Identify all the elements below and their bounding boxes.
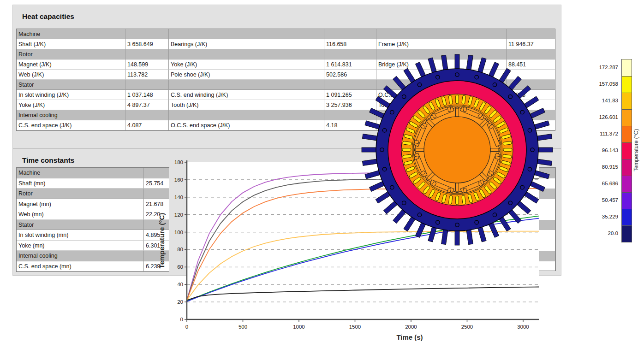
bolt-hole [508,95,512,99]
color-scale-block [622,159,632,176]
cell: C.S. end space (mn) [17,261,144,272]
magnet-end-cap [414,156,419,159]
section-row: Machine [17,168,169,178]
color-scale-value: 65.686 [577,175,618,192]
cell: 4.087 [125,120,169,130]
cell: Machine [17,29,125,39]
bolt-hole [390,110,394,114]
time-constants-table: MachineShaft (mn)25.754RotorMagnet (mn)2… [16,167,169,272]
flux-bridge [490,148,499,152]
flux-bridge [456,183,459,191]
motor-cross-section-graphic [358,49,559,250]
x-tick-label: 1500 [349,324,361,330]
color-scale-bar [621,59,632,242]
color-scale-value: 50.457 [577,192,618,208]
bolt-hole [520,110,524,114]
magnet-end-cap [463,188,467,193]
cell: Internal cooling [17,110,125,120]
bolt-hole [390,185,394,189]
cell: Stator [17,80,125,90]
y-tick-label: 160 [174,177,183,183]
color-scale-block [622,93,632,109]
cell [169,29,324,39]
cell [125,29,169,39]
y-tick-label: 20 [177,299,183,305]
cell [169,80,324,90]
color-scale-value: 20.0 [577,225,618,242]
magnet-end-cap [447,188,451,193]
color-scale-value: 96.143 [577,142,618,159]
y-tick-label: 120 [174,212,183,218]
bolt-hole [382,129,386,132]
x-tick-label: 3000 [517,324,529,330]
cell: Stator [17,220,144,230]
bolt-hole [520,185,524,189]
cell: Shaft (mn) [17,178,144,189]
cell: Rotor [17,189,144,199]
table-row: Shaft (mn)25.754 [17,178,169,189]
bolt-hole [475,220,478,224]
x-tick-label: 2000 [405,324,417,330]
cell: 116.658 [324,39,376,49]
table-row: C.S. end space (mn)6.239 [17,261,169,272]
section-row: Stator [17,220,169,230]
bolt-hole [380,148,384,152]
cell: 11 946.37 [507,39,555,49]
cell [376,29,507,39]
bolt-hole [475,75,478,79]
cell: Yoke (J/K) [17,100,125,110]
flux-bridge [456,108,459,117]
color-scale-value: 157.058 [577,76,618,92]
cell: Shaft (J/K) [17,39,125,49]
y-tick-label: 140 [174,195,183,200]
color-scale-block [622,176,632,192]
bolt-hole [455,73,459,77]
section-row: Rotor [17,189,169,199]
x-tick-label: 0 [185,324,188,330]
cell: Yoke (J/K) [169,59,324,70]
y-tick-label: 80 [177,247,183,252]
cell: O.C.S. end space (J/K) [169,120,324,130]
color-scale-value: 111.372 [577,125,618,142]
cell: Internal cooling [17,251,144,261]
cell: Tooth (J/K) [169,100,324,110]
table-row: In slot winding (mn)4.895 [17,230,169,241]
bolt-hole [508,201,512,205]
cell: In slot winding (mn) [17,230,144,241]
bolt-hole [493,213,496,217]
cell [125,110,169,120]
bolt-hole [531,148,534,152]
cell: 113.782 [125,70,169,80]
color-scale-block [622,59,632,76]
cell: Pole shoe (J/K) [169,70,324,80]
color-scale-block [622,209,632,225]
magnet-end-cap [447,107,451,112]
x-tick-label: 1000 [293,324,305,330]
cell: Web (J/K) [17,70,125,80]
cell [169,110,324,120]
y-axis-title: Temperature (°C) [158,213,166,269]
x-tick-label: 500 [239,324,247,330]
stator-slot [402,148,411,152]
color-scale-block [622,126,632,142]
cell: Bearings (J/K) [169,39,324,49]
cell: C.S. end space (J/K) [17,120,125,130]
cell: Machine [17,168,144,178]
cell: Frame (J/K) [376,39,507,49]
cell: Magnet (mn) [17,199,144,210]
bolt-hole [528,129,531,132]
bolt-hole [436,220,440,224]
flux-bridge [416,148,424,152]
color-scale-block [622,142,632,159]
cell: Web (mn) [17,209,144,220]
y-tick-label: 180 [174,159,183,165]
color-scale-value: 35.229 [577,208,618,225]
section-row: Machine [17,29,555,39]
bolt-hole [382,167,386,171]
color-scale-labels: 172.287157.058141.83126.601111.37296.143… [577,59,618,242]
heat-capacities-title: Heat capacities [22,12,74,21]
color-scale-value: 80.915 [577,159,618,175]
stator-slot [503,148,512,152]
cell [324,29,376,39]
bolt-hole [528,167,531,171]
